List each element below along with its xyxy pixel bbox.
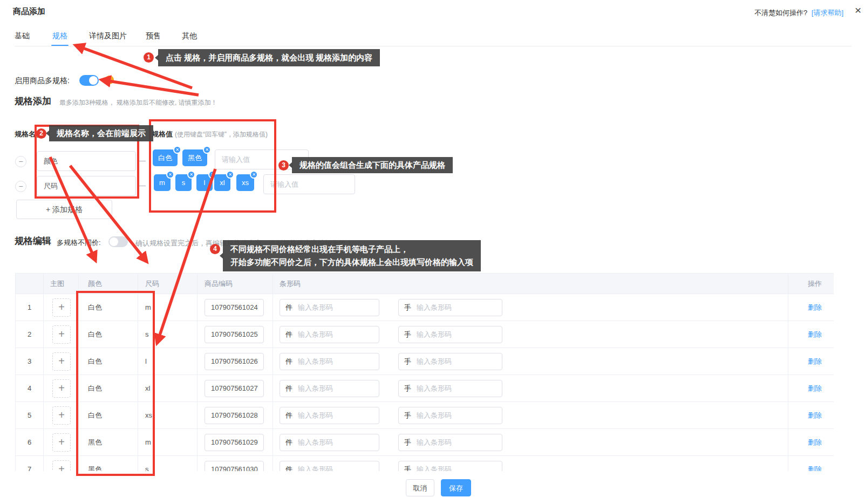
code-input[interactable]: 107907561030 (205, 461, 264, 472)
upload-image-button[interactable]: + (52, 379, 71, 398)
question-icon[interactable]: ? (105, 76, 114, 84)
barcode-prefix: 件 (285, 357, 292, 366)
spec-value-input[interactable]: 请输入值 (263, 174, 355, 194)
cell-color: 白色 (79, 321, 138, 348)
barcode-prefix: 件 (285, 438, 292, 447)
delete-row-link[interactable]: 删除 (808, 411, 822, 420)
header-index (16, 274, 44, 294)
barcode-input-piece[interactable]: 件输入条形码 (280, 461, 379, 472)
close-icon[interactable]: × (855, 4, 861, 16)
code-input[interactable]: 107907561028 (205, 407, 264, 424)
remove-spec-row-button[interactable]: − (15, 181, 26, 192)
code-input[interactable]: 107907561029 (205, 434, 264, 451)
spec-name-input[interactable]: 颜色 (37, 151, 136, 171)
upload-image-button[interactable]: + (52, 352, 71, 371)
code-input[interactable]: 107907561026 (205, 353, 264, 370)
chip-remove-icon[interactable]: ✕ (250, 171, 258, 179)
delete-row-link[interactable]: 删除 (808, 303, 822, 312)
barcode-prefix: 件 (285, 465, 292, 472)
multi-spec-toggle[interactable] (79, 75, 99, 86)
chip-remove-icon[interactable]: ✕ (166, 171, 174, 179)
spec-add-subtitle: 最多添加3种规格， 规格添加后不能修改, 请慎重添加！ (59, 98, 217, 107)
barcode-input-hand[interactable]: 手输入条形码 (398, 380, 502, 397)
input-placeholder: 请输入值 (270, 180, 298, 189)
code-value: 107907561028 (211, 411, 258, 419)
barcode-input-hand[interactable]: 手输入条形码 (398, 434, 502, 451)
delete-row-link[interactable]: 删除 (808, 357, 822, 366)
table-row: 2 + 白色 s 107907561025 件输入条形码 手输入条形码 删除 (16, 321, 834, 348)
barcode-input-piece[interactable]: 件输入条形码 (280, 434, 379, 451)
input-placeholder: 输入条形码 (417, 357, 452, 366)
input-placeholder: 输入条形码 (417, 303, 452, 312)
cell-color: 黑色 (79, 456, 138, 471)
callout-tooltip-1: 点击 规格，并启用商品多规格，就会出现 规格添加的内容 (158, 49, 380, 66)
tab-presale[interactable]: 预售 (146, 31, 161, 41)
toggle-knob (89, 76, 98, 85)
barcode-input-piece[interactable]: 件输入条形码 (280, 407, 379, 424)
code-input[interactable]: 107907561025 (205, 326, 264, 343)
barcode-input-hand[interactable]: 手输入条形码 (398, 299, 502, 316)
barcode-input-piece[interactable]: 件输入条形码 (280, 380, 379, 397)
table-row: 7 + 黑色 s 107907561030 件输入条形码 手输入条形码 删除 (16, 456, 834, 471)
barcode-input-hand[interactable]: 手输入条形码 (398, 353, 502, 370)
chip-remove-icon[interactable]: ✕ (173, 146, 181, 154)
table-row: 1 + 白色 m 107907561024 件输入条形码 手输入条形码 删除 (16, 294, 834, 321)
input-placeholder: 输入条形码 (417, 330, 452, 339)
spec-add-title: 规格添加 (15, 95, 51, 107)
code-value: 107907561027 (211, 384, 258, 392)
barcode-input-hand[interactable]: 手输入条形码 (398, 407, 502, 424)
add-spec-button[interactable]: + 添加规格 (16, 200, 112, 219)
delete-row-link[interactable]: 删除 (808, 465, 822, 472)
cell-color: 白色 (79, 402, 138, 429)
product-add-page: 商品添加 不清楚如何操作? [请求帮助] × 基础 规格 详情及图片 预售 其他… (0, 0, 865, 504)
table-row: 5 + 白色 xs 107907561028 件输入条形码 手输入条形码 删除 (16, 402, 834, 429)
spec-value-input[interactable]: 请输入值 (215, 149, 309, 169)
diff-price-toggle[interactable] (108, 236, 128, 247)
code-value: 107907561024 (211, 303, 258, 311)
spec-name-value: 尺码 (44, 181, 58, 191)
request-help-link[interactable]: [请求帮助] (812, 9, 843, 17)
header-size: 尺码 (138, 274, 197, 294)
tab-detail-images[interactable]: 详情及图片 (89, 31, 127, 41)
upload-image-button[interactable]: + (52, 460, 71, 472)
code-input[interactable]: 107907561024 (205, 299, 264, 316)
cell-size: xs (138, 402, 197, 429)
cancel-button[interactable]: 取消 (406, 479, 434, 496)
tab-basic[interactable]: 基础 (15, 31, 30, 41)
tab-spec[interactable]: 规格 (52, 31, 67, 41)
upload-image-button[interactable]: + (52, 433, 71, 452)
barcode-prefix: 手 (404, 438, 411, 447)
upload-image-button[interactable]: + (52, 325, 71, 344)
delete-row-link[interactable]: 删除 (808, 330, 822, 339)
barcode-prefix: 件 (285, 411, 292, 420)
save-button[interactable]: 保存 (441, 479, 471, 496)
barcode-input-piece[interactable]: 件输入条形码 (280, 299, 379, 316)
chip-remove-icon[interactable]: ✕ (226, 171, 234, 179)
barcode-input-piece[interactable]: 件输入条形码 (280, 326, 379, 343)
chip-label: xl (220, 179, 224, 187)
delete-row-link[interactable]: 删除 (808, 438, 822, 447)
row-index: 2 (16, 321, 44, 348)
header-image: 主图 (44, 274, 79, 294)
header-barcode: 条形码 (273, 274, 788, 294)
barcode-input-piece[interactable]: 件输入条形码 (280, 353, 379, 370)
cell-size: m (138, 294, 197, 321)
barcode-input-hand[interactable]: 手输入条形码 (398, 326, 502, 343)
cell-color: 白色 (79, 375, 138, 402)
header-code: 商品编码 (197, 274, 273, 294)
barcode-input-hand[interactable]: 手输入条形码 (398, 461, 502, 472)
barcode-prefix: 件 (285, 303, 292, 312)
spec-name-input[interactable]: 尺码 (37, 176, 136, 196)
tab-other[interactable]: 其他 (182, 31, 197, 41)
spec-value-chip: s✕ (175, 174, 192, 191)
code-input[interactable]: 107907561027 (205, 380, 264, 397)
upload-image-button[interactable]: + (52, 406, 71, 425)
cell-color: 黑色 (79, 429, 138, 456)
upload-image-button[interactable]: + (52, 298, 71, 317)
cell-size: l (138, 348, 197, 375)
chip-remove-icon[interactable]: ✕ (187, 171, 195, 179)
remove-spec-row-button[interactable]: − (15, 156, 26, 167)
chip-remove-icon[interactable]: ✕ (203, 146, 211, 154)
input-placeholder: 输入条形码 (298, 357, 333, 366)
delete-row-link[interactable]: 删除 (808, 384, 822, 393)
